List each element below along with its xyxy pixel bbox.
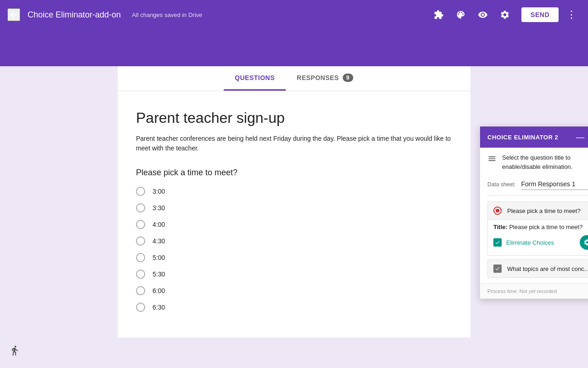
ce-footer: Process time: Not yet recorded 2.0.2 [480,283,588,299]
ce-question-item-1: Please pick a time to meet? Title: Pleas… [487,201,588,256]
radio-circle-630 [136,303,145,312]
option-630[interactable]: 6:30 [136,303,452,312]
ce-datasheet-row: Data sheet: Form Responses 1 ▼ [487,178,588,190]
gear-icon-button[interactable] [496,6,514,24]
ce-instruction-text: Select the question title to enable/disa… [502,153,588,171]
ce-datasheet-select[interactable]: Form Responses 1 [521,178,588,190]
option-label-500: 5:00 [153,254,165,261]
option-430[interactable]: 4:30 [136,236,452,246]
ce-question-1-label: Please pick a time to meet? [507,207,588,214]
radio-circle-600 [136,286,145,295]
form-title: Parent teacher sign-up [136,109,452,126]
ce-title: CHOICE ELIMINATOR 2 [487,134,558,141]
radio-circle-430 [136,236,145,246]
ce-process-time: Process time: Not yet recorded [487,288,557,294]
back-button[interactable] [7,8,20,21]
more-options-button[interactable]: ⋮ [562,6,581,24]
ce-question-1-expanded: Title: Please pick a time to meet? Elimi… [488,219,588,255]
option-label-430: 4:30 [153,237,165,245]
accessibility-icon [9,345,20,359]
ce-question-2-checkbox [493,264,502,273]
purple-background [0,29,588,66]
option-400[interactable]: 4:00 [136,220,452,229]
option-label-630: 6:30 [153,304,165,311]
option-label-300: 3:00 [153,188,165,195]
ce-instruction: Select the question title to enable/disa… [487,153,588,171]
hamburger-icon [487,154,497,166]
option-label-330: 3:30 [153,204,165,212]
ce-minimize-button[interactable]: — [574,132,586,142]
palette-icon-button[interactable] [452,6,470,24]
option-330[interactable]: 3:30 [136,203,452,213]
option-500[interactable]: 5:00 [136,253,452,262]
radio-circle-300 [136,187,145,196]
header-icons: SEND ⋮ [430,6,581,24]
send-button[interactable]: SEND [521,7,559,22]
puzzle-icon [434,10,444,20]
puzzle-icon-button[interactable] [430,6,448,24]
app-header: Choice Eliminator-add-on All changes sav… [0,0,588,29]
ce-datasheet-label: Data sheet: [487,181,515,188]
tabs-bar: QUESTIONS RESPONSES 9 [118,66,470,91]
tab-responses[interactable]: RESPONSES 9 [286,66,364,91]
eye-icon-button[interactable] [474,6,492,24]
header-left: Choice Eliminator-add-on All changes sav… [7,8,430,21]
ce-header-actions: — ✕ [574,132,588,142]
option-600[interactable]: 6:00 [136,286,452,295]
eye-icon [478,10,488,20]
saved-status: All changes saved in Drive [132,12,202,18]
ce-gear-button[interactable] [580,235,588,250]
form-description: Parent teacher conferences are being hel… [136,134,452,153]
options-list: 3:00 3:30 4:00 4:30 5:00 [136,187,452,312]
option-530[interactable]: 5:30 [136,270,452,279]
option-label-530: 5:30 [153,270,165,278]
choice-eliminator-panel: CHOICE ELIMINATOR 2 — ✕ Select the quest… [480,126,588,299]
ce-radio-selected-icon [493,207,502,215]
ce-radio-inner [496,209,499,213]
tab-questions[interactable]: QUESTIONS [224,66,286,91]
palette-icon [456,10,466,20]
ce-question-item-2[interactable]: What topics are of most conc... [487,259,588,278]
option-label-400: 4:00 [153,221,165,228]
ce-divider [487,196,588,196]
option-300[interactable]: 3:00 [136,187,452,196]
ce-question-1-header[interactable]: Please pick a time to meet? [488,202,588,219]
ce-question-1-title-row: Title: Please pick a time to meet? [493,224,588,230]
radio-circle-530 [136,270,145,279]
radio-circle-500 [136,253,145,262]
option-label-600: 6:00 [153,287,165,294]
responses-badge: 9 [343,74,353,82]
ce-body: Select the question title to enable/disa… [480,148,588,283]
ce-question-2-label: What topics are of most conc... [507,265,588,272]
form-container: QUESTIONS RESPONSES 9 Parent teacher sig… [118,66,470,338]
ce-header: CHOICE ELIMINATOR 2 — ✕ [480,126,588,148]
ce-eliminate-checkbox[interactable] [493,238,502,247]
ce-question-1-title-value: Please pick a time to meet? [509,224,582,230]
gear-icon [500,10,510,20]
question-title: Please pick a time to meet? [136,168,452,178]
ce-eliminate-row: Eliminate Choices [493,235,588,250]
ce-title-bold: Title: [493,224,509,230]
ce-eliminate-label: Eliminate Choices [506,239,575,246]
radio-circle-400 [136,220,145,229]
app-title: Choice Eliminator-add-on [28,10,121,20]
form-content: Parent teacher sign-up Parent teacher co… [118,91,470,338]
radio-circle-330 [136,203,145,213]
